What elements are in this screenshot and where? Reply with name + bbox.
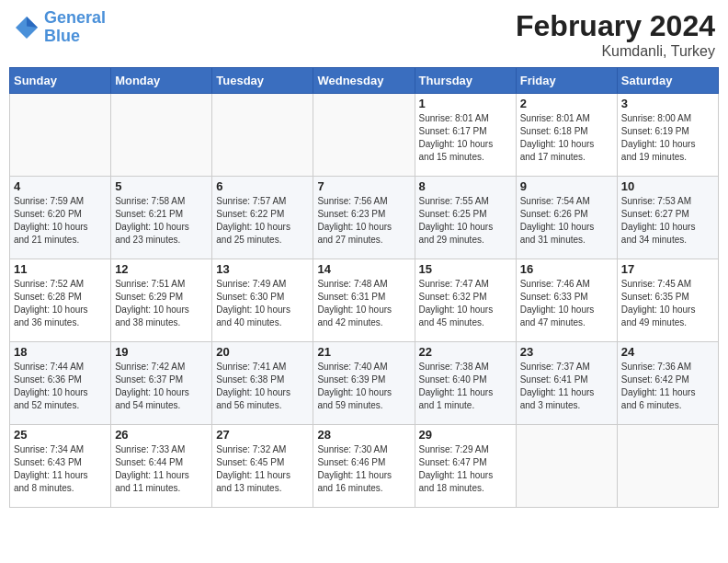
calendar-cell: 1Sunrise: 8:01 AM Sunset: 6:17 PM Daylig…	[415, 94, 516, 177]
day-number: 28	[317, 428, 410, 442]
day-number: 20	[216, 345, 309, 359]
day-number: 15	[419, 262, 512, 276]
day-number: 22	[419, 345, 512, 359]
location: Kumdanli, Turkey	[516, 43, 715, 60]
calendar-cell	[516, 425, 617, 508]
calendar-table: SundayMondayTuesdayWednesdayThursdayFrid…	[9, 67, 719, 508]
calendar-cell: 25Sunrise: 7:34 AM Sunset: 6:43 PM Dayli…	[10, 425, 111, 508]
day-number: 10	[621, 179, 714, 193]
calendar-week-1: 1Sunrise: 8:01 AM Sunset: 6:17 PM Daylig…	[10, 94, 719, 177]
day-number: 29	[419, 428, 512, 442]
logo-icon	[13, 14, 40, 41]
calendar-cell: 29Sunrise: 7:29 AM Sunset: 6:47 PM Dayli…	[415, 425, 516, 508]
calendar-week-5: 25Sunrise: 7:34 AM Sunset: 6:43 PM Dayli…	[10, 425, 719, 508]
day-info: Sunrise: 7:58 AM Sunset: 6:21 PM Dayligh…	[115, 195, 208, 247]
svg-marker-1	[27, 17, 38, 28]
day-info: Sunrise: 8:01 AM Sunset: 6:17 PM Dayligh…	[419, 112, 512, 164]
day-number: 3	[621, 97, 714, 110]
day-info: Sunrise: 7:32 AM Sunset: 6:45 PM Dayligh…	[216, 443, 309, 495]
day-number: 17	[621, 262, 714, 276]
calendar-cell: 11Sunrise: 7:52 AM Sunset: 6:28 PM Dayli…	[10, 259, 111, 342]
calendar-cell: 27Sunrise: 7:32 AM Sunset: 6:45 PM Dayli…	[212, 425, 313, 508]
calendar-cell: 18Sunrise: 7:44 AM Sunset: 6:36 PM Dayli…	[10, 342, 111, 425]
logo: General Blue	[13, 9, 106, 46]
calendar-cell: 22Sunrise: 7:38 AM Sunset: 6:40 PM Dayli…	[415, 342, 516, 425]
day-info: Sunrise: 7:48 AM Sunset: 6:31 PM Dayligh…	[317, 278, 410, 329]
title-block: February 2024 Kumdanli, Turkey	[516, 9, 715, 60]
day-number: 5	[115, 179, 208, 193]
day-number: 4	[14, 179, 107, 193]
day-info: Sunrise: 8:00 AM Sunset: 6:19 PM Dayligh…	[621, 112, 714, 164]
day-info: Sunrise: 7:44 AM Sunset: 6:36 PM Dayligh…	[14, 361, 107, 412]
day-info: Sunrise: 7:53 AM Sunset: 6:27 PM Dayligh…	[621, 195, 714, 247]
day-number: 13	[216, 262, 309, 276]
calendar-cell: 14Sunrise: 7:48 AM Sunset: 6:31 PM Dayli…	[313, 259, 415, 342]
calendar-cell: 26Sunrise: 7:33 AM Sunset: 6:44 PM Dayli…	[111, 425, 212, 508]
day-number: 25	[14, 428, 107, 442]
day-number: 27	[216, 428, 309, 442]
weekday-header-sunday: Sunday	[10, 68, 111, 94]
weekday-header-tuesday: Tuesday	[212, 68, 313, 94]
day-number: 9	[520, 179, 613, 193]
calendar-cell: 16Sunrise: 7:46 AM Sunset: 6:33 PM Dayli…	[516, 259, 617, 342]
day-info: Sunrise: 7:34 AM Sunset: 6:43 PM Dayligh…	[14, 443, 107, 495]
calendar-week-4: 18Sunrise: 7:44 AM Sunset: 6:36 PM Dayli…	[10, 342, 719, 425]
day-number: 14	[317, 262, 410, 276]
day-info: Sunrise: 8:01 AM Sunset: 6:18 PM Dayligh…	[520, 112, 613, 164]
calendar-cell: 21Sunrise: 7:40 AM Sunset: 6:39 PM Dayli…	[313, 342, 415, 425]
calendar-cell: 3Sunrise: 8:00 AM Sunset: 6:19 PM Daylig…	[617, 94, 718, 177]
calendar-cell: 24Sunrise: 7:36 AM Sunset: 6:42 PM Dayli…	[617, 342, 718, 425]
calendar-cell: 5Sunrise: 7:58 AM Sunset: 6:21 PM Daylig…	[111, 177, 212, 259]
day-number: 2	[520, 97, 613, 110]
logo-text: General Blue	[44, 9, 106, 46]
day-number: 6	[216, 179, 309, 193]
calendar-cell: 10Sunrise: 7:53 AM Sunset: 6:27 PM Dayli…	[617, 177, 718, 259]
day-info: Sunrise: 7:41 AM Sunset: 6:38 PM Dayligh…	[216, 361, 309, 412]
day-number: 11	[14, 262, 107, 276]
weekday-header-monday: Monday	[111, 68, 212, 94]
day-number: 12	[115, 262, 208, 276]
weekday-header-thursday: Thursday	[415, 68, 516, 94]
day-info: Sunrise: 7:30 AM Sunset: 6:46 PM Dayligh…	[317, 443, 410, 495]
weekday-header-row: SundayMondayTuesdayWednesdayThursdayFrid…	[10, 68, 719, 94]
day-number: 7	[317, 179, 410, 193]
calendar-cell: 19Sunrise: 7:42 AM Sunset: 6:37 PM Dayli…	[111, 342, 212, 425]
day-info: Sunrise: 7:54 AM Sunset: 6:26 PM Dayligh…	[520, 195, 613, 247]
calendar-cell: 13Sunrise: 7:49 AM Sunset: 6:30 PM Dayli…	[212, 259, 313, 342]
day-info: Sunrise: 7:38 AM Sunset: 6:40 PM Dayligh…	[419, 361, 512, 412]
day-info: Sunrise: 7:52 AM Sunset: 6:28 PM Dayligh…	[14, 278, 107, 329]
day-info: Sunrise: 7:49 AM Sunset: 6:30 PM Dayligh…	[216, 278, 309, 329]
day-number: 1	[419, 97, 512, 110]
day-number: 8	[419, 179, 512, 193]
day-info: Sunrise: 7:37 AM Sunset: 6:41 PM Dayligh…	[520, 361, 613, 412]
calendar-cell: 8Sunrise: 7:55 AM Sunset: 6:25 PM Daylig…	[415, 177, 516, 259]
page-header: General Blue February 2024 Kumdanli, Tur…	[9, 9, 719, 60]
calendar-cell: 23Sunrise: 7:37 AM Sunset: 6:41 PM Dayli…	[516, 342, 617, 425]
day-number: 23	[520, 345, 613, 359]
calendar-cell	[617, 425, 718, 508]
calendar-cell: 12Sunrise: 7:51 AM Sunset: 6:29 PM Dayli…	[111, 259, 212, 342]
day-number: 24	[621, 345, 714, 359]
day-number: 26	[115, 428, 208, 442]
day-info: Sunrise: 7:36 AM Sunset: 6:42 PM Dayligh…	[621, 361, 714, 412]
calendar-cell: 9Sunrise: 7:54 AM Sunset: 6:26 PM Daylig…	[516, 177, 617, 259]
day-number: 21	[317, 345, 410, 359]
day-info: Sunrise: 7:57 AM Sunset: 6:22 PM Dayligh…	[216, 195, 309, 247]
calendar-cell: 20Sunrise: 7:41 AM Sunset: 6:38 PM Dayli…	[212, 342, 313, 425]
calendar-cell	[111, 94, 212, 177]
day-number: 16	[520, 262, 613, 276]
day-info: Sunrise: 7:33 AM Sunset: 6:44 PM Dayligh…	[115, 443, 208, 495]
calendar-cell: 17Sunrise: 7:45 AM Sunset: 6:35 PM Dayli…	[617, 259, 718, 342]
day-info: Sunrise: 7:40 AM Sunset: 6:39 PM Dayligh…	[317, 361, 410, 412]
day-info: Sunrise: 7:47 AM Sunset: 6:32 PM Dayligh…	[419, 278, 512, 329]
calendar-cell: 6Sunrise: 7:57 AM Sunset: 6:22 PM Daylig…	[212, 177, 313, 259]
calendar-cell: 2Sunrise: 8:01 AM Sunset: 6:18 PM Daylig…	[516, 94, 617, 177]
day-info: Sunrise: 7:46 AM Sunset: 6:33 PM Dayligh…	[520, 278, 613, 329]
calendar-cell	[212, 94, 313, 177]
day-info: Sunrise: 7:59 AM Sunset: 6:20 PM Dayligh…	[14, 195, 107, 247]
calendar-cell: 4Sunrise: 7:59 AM Sunset: 6:20 PM Daylig…	[10, 177, 111, 259]
month-title: February 2024	[516, 9, 715, 43]
calendar-cell: 28Sunrise: 7:30 AM Sunset: 6:46 PM Dayli…	[313, 425, 415, 508]
weekday-header-wednesday: Wednesday	[313, 68, 415, 94]
weekday-header-friday: Friday	[516, 68, 617, 94]
